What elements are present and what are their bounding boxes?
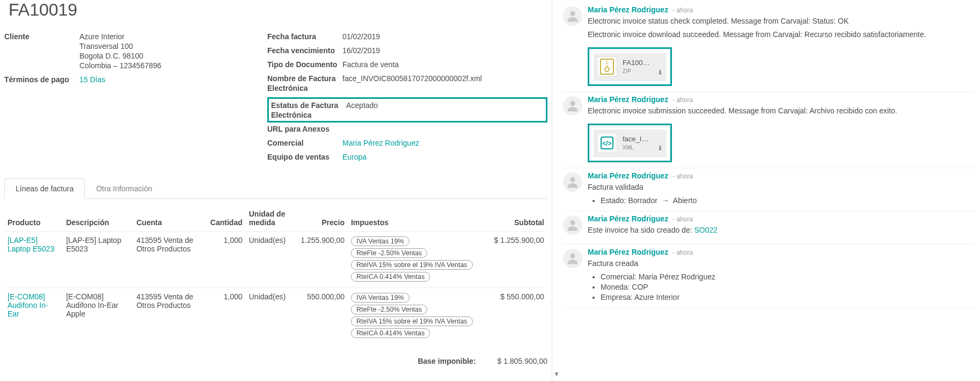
equipo-label: Equipo de ventas <box>267 152 342 161</box>
person-icon <box>565 218 580 233</box>
comercial-value-link[interactable]: Maria Pérez Rodriguez <box>342 138 547 147</box>
line-description: [LAP-E5] Laptop E5023 <box>63 232 133 288</box>
tab-lineas[interactable]: Líneas de factura <box>4 178 85 199</box>
attachment[interactable]: FA10019.zip ZIP ⬇ <box>594 53 666 80</box>
chatter-sidebar: Maria Pérez Rodriguez - ahora Electronic… <box>552 0 980 381</box>
svg-point-7 <box>570 177 575 182</box>
message-text: Electronic invoice submission succeeded.… <box>588 106 976 116</box>
tax-tag[interactable]: RteIVA 15% sobre el 19% IVA Ventas <box>351 317 473 326</box>
status-change-item: Estado: Borrador → Abierto <box>601 196 976 206</box>
line-product[interactable]: [LAP-E5] Laptop E5023 <box>4 232 63 288</box>
message-author[interactable]: Maria Pérez Rodriguez <box>588 171 668 180</box>
avatar <box>563 6 582 26</box>
col-producto: Producto <box>4 206 63 232</box>
avatar <box>563 96 582 116</box>
nombre-value: face_INVOIC8005817072000000002f.xml <box>342 73 547 83</box>
tipo-value: Factura de venta <box>342 59 547 69</box>
cliente-name-link[interactable]: Azure Interior <box>79 32 267 41</box>
fecha-value: 01/02/2019 <box>342 31 547 41</box>
base-imponible-label: Base imponible: <box>418 357 476 365</box>
col-cuenta: Cuenta <box>133 206 203 232</box>
cliente-addr3: Colombia – 1234567896 <box>79 61 267 70</box>
col-subtotal: Subtotal <box>489 206 547 232</box>
message-author[interactable]: Maria Pérez Rodriguez <box>588 248 668 256</box>
line-unit: Unidad(es) <box>246 288 293 344</box>
venc-label: Fecha vencimiento <box>267 45 342 55</box>
download-icon[interactable]: ⬇ <box>657 144 663 153</box>
message-text: Factura validada <box>588 182 976 192</box>
message-text: Factura creada <box>588 258 976 269</box>
scroll-down-icon[interactable]: ▼ <box>553 370 560 378</box>
line-quantity: 1,000 <box>203 232 246 288</box>
message-author[interactable]: Maria Pérez Rodriguez <box>588 95 668 104</box>
person-icon <box>565 175 580 190</box>
attachment-name: FA10019.zip <box>623 58 652 68</box>
cliente-addr2: Bogota D.C. 98100 <box>79 52 267 60</box>
message-time: - ahora <box>672 215 693 223</box>
tax-tag[interactable]: RteICA 0.414% Ventas <box>351 272 430 282</box>
col-unidad: Unidad de medida <box>246 206 293 232</box>
cliente-addr1: Transversal 100 <box>79 42 267 51</box>
cliente-label: Cliente <box>4 31 79 41</box>
field-tipo-documento: Tipo de Documento Factura de venta <box>267 59 547 70</box>
list-item: Comercial: Maria Pérez Rodriguez <box>601 272 976 282</box>
table-row[interactable]: [E-COM08] Audifono In-Ear [E-COM08] Audi… <box>4 288 547 344</box>
estatus-label: Estatus de Factura Electrónica <box>271 100 346 120</box>
line-account: 413595 Venta de Otros Productos <box>133 288 203 344</box>
terminos-value-link[interactable]: 15 Días <box>79 74 267 84</box>
tabs: Líneas de factura Otra Información <box>4 178 547 199</box>
line-quantity: 1,000 <box>203 288 246 344</box>
line-taxes: IVA Ventas 19%RteFte -2.50% VentasRteIVA… <box>348 232 489 288</box>
col-cantidad: Cantidad <box>203 206 246 232</box>
attachment-highlight: </> face_INVOI… XML ⬇ <box>588 124 672 162</box>
attachment-type: ZIP <box>623 68 652 75</box>
equipo-value-link[interactable]: Europa <box>342 152 547 161</box>
download-icon[interactable]: ⬇ <box>657 68 663 77</box>
person-icon <box>565 98 580 113</box>
avatar <box>563 249 582 268</box>
line-product[interactable]: [E-COM08] Audifono In-Ear <box>4 288 63 344</box>
line-subtotal: $ 550.000,00 <box>489 288 547 344</box>
attachment[interactable]: </> face_INVOI… XML ⬇ <box>594 130 666 156</box>
estatus-value: Aceptado <box>346 100 544 110</box>
venc-value: 16/02/2019 <box>342 45 547 55</box>
tax-tag[interactable]: RteICA 0.414% Ventas <box>351 328 430 338</box>
tax-tag[interactable]: IVA Ventas 19% <box>351 293 409 303</box>
zip-icon <box>597 56 617 77</box>
svg-point-4 <box>570 100 575 105</box>
message-time: - ahora <box>672 172 693 180</box>
estatus-highlight: Estatus de Factura Electrónica Aceptado <box>267 97 547 123</box>
message: Maria Pérez Rodriguez - ahora Electronic… <box>563 2 976 92</box>
message-text: Electronic invoice status check complete… <box>588 16 976 26</box>
svg-text:</>: </> <box>602 140 611 147</box>
terminos-label: Términos de pago <box>4 74 79 84</box>
table-row[interactable]: [LAP-E5] Laptop E5023 [LAP-E5] Laptop E5… <box>4 232 547 288</box>
col-descripcion: Descripción <box>63 206 133 232</box>
base-imponible-value: $ 1.805.900,00 <box>498 357 547 365</box>
tab-otra-informacion[interactable]: Otra Información <box>85 178 163 199</box>
attachment-highlight: FA10019.zip ZIP ⬇ <box>588 47 672 86</box>
totals: Base imponible: $ 1.805.900,00 <box>4 357 547 365</box>
nombre-label: Nombre de Factura Electrónica <box>267 73 342 93</box>
line-unit: Unidad(es) <box>246 232 293 288</box>
field-comercial: Comercial Maria Pérez Rodriguez <box>267 138 547 148</box>
source-order-link[interactable]: SO022 <box>694 226 718 234</box>
tax-tag[interactable]: RteIVA 15% sobre el 19% IVA Ventas <box>351 260 473 270</box>
line-price: 550.000,00 <box>293 288 348 344</box>
tax-tag[interactable]: RteFte -2.50% Ventas <box>351 248 427 258</box>
field-nombre-factura-electronica: Nombre de Factura Electrónica face_INVOI… <box>267 73 547 93</box>
tax-tag[interactable]: IVA Ventas 19% <box>351 236 409 246</box>
tax-tag[interactable]: RteFte -2.50% Ventas <box>351 305 427 314</box>
col-impuestos: Impuestos <box>348 206 489 232</box>
line-price: 1.255.900,00 <box>293 232 348 288</box>
url-anexos-placeholder: URL para Anexos <box>267 124 342 133</box>
field-url-anexos: URL para Anexos <box>267 124 547 134</box>
message-author[interactable]: Maria Pérez Rodriguez <box>588 5 668 14</box>
line-description: [E-COM08] Audifono In-Ear Apple <box>63 288 133 344</box>
message-author[interactable]: Maria Pérez Rodriguez <box>588 214 668 223</box>
line-account: 413595 Venta de Otros Productos <box>133 232 203 288</box>
field-fecha-factura: Fecha factura 01/02/2019 <box>267 31 547 42</box>
invoice-lines-table: Producto Descripción Cuenta Cantidad Uni… <box>4 206 547 344</box>
tipo-label: Tipo de Documento <box>267 59 342 69</box>
svg-point-8 <box>570 220 575 225</box>
